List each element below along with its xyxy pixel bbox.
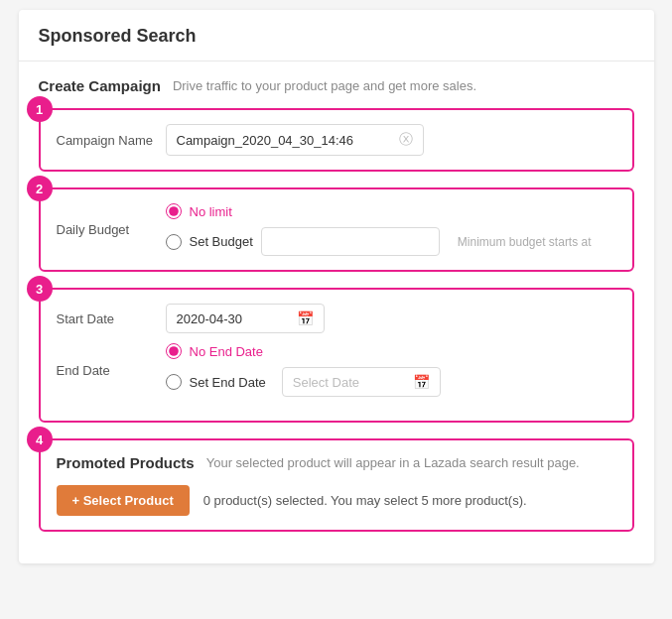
daily-budget-label: Daily Budget [57,222,166,237]
no-limit-radio[interactable] [166,203,182,219]
step-badge-2: 2 [27,176,53,201]
page-container: Sponsored Search Create Campaign Drive t… [19,10,654,563]
set-budget-radio[interactable] [166,234,182,250]
create-campaign-header: Create Campaign Drive traffic to your pr… [39,77,634,94]
create-campaign-desc: Drive traffic to your product page and g… [173,78,476,93]
campaign-name-label: Campaign Name [57,133,166,148]
promoted-products-desc: Your selected product will appear in a L… [206,455,580,470]
campaign-name-block: 1 Campaign Name ⓧ [39,108,634,172]
no-end-date-label: No End Date [190,344,263,359]
end-date-row: End Date No End Date Set End Date Select… [57,343,616,397]
end-date-placeholder: Select Date [293,375,359,390]
step-badge-4: 4 [27,427,53,452]
start-date-row: Start Date 2020-04-30 📅 [57,304,616,333]
end-date-radio-group: No End Date Set End Date Select Date 📅 [166,343,616,397]
page-header: Sponsored Search [19,10,654,62]
start-date-label: Start Date [57,311,166,326]
calendar-icon-start: 📅 [297,310,314,326]
step-badge-1: 1 [27,96,53,122]
page-content: Create Campaign Drive traffic to your pr… [19,62,654,563]
campaign-name-input-wrapper[interactable]: ⓧ [166,124,424,156]
no-end-date-row: No End Date [166,343,616,359]
set-end-date-row: Set End Date Select Date 📅 [166,367,616,397]
daily-budget-block: 2 Daily Budget No limit Set Budget Minim… [39,187,634,272]
select-product-button[interactable]: + Select Product [57,485,190,516]
daily-budget-row: Daily Budget No limit Set Budget Minimum… [57,203,616,256]
start-date-value: 2020-04-30 [177,311,243,326]
promoted-products-block: 4 Promoted Products Your selected produc… [39,438,634,532]
no-limit-label: No limit [190,204,232,219]
start-date-input[interactable]: 2020-04-30 📅 [166,304,325,333]
set-budget-row: Set Budget Minimum budget starts at [166,227,616,256]
no-limit-row: No limit [166,203,616,219]
campaign-name-row: Campaign Name ⓧ [57,124,616,156]
dates-block: 3 Start Date 2020-04-30 📅 End Date No En… [39,288,634,423]
promoted-products-header: Promoted Products Your selected product … [57,454,616,471]
promoted-products-title: Promoted Products [57,454,195,471]
campaign-name-field[interactable] [177,133,393,148]
set-end-date-radio[interactable] [166,374,182,390]
page-title: Sponsored Search [39,26,197,46]
end-date-picker[interactable]: Select Date 📅 [282,367,441,397]
step-badge-3: 3 [27,276,53,302]
promoted-products-row: + Select Product 0 product(s) selected. … [57,485,616,516]
no-end-date-radio[interactable] [166,343,182,359]
clear-icon[interactable]: ⓧ [399,131,413,149]
set-end-date-label: Set End Date [190,375,266,390]
product-status-text: 0 product(s) selected. You may select 5 … [203,493,527,508]
budget-amount-input[interactable] [261,227,440,256]
calendar-icon-end: 📅 [413,374,430,390]
budget-hint-text: Minimum budget starts at [458,235,592,249]
end-date-label: End Date [57,363,166,378]
budget-radio-group: No limit Set Budget Minimum budget start… [166,203,616,256]
set-budget-label: Set Budget [190,234,253,249]
create-campaign-title: Create Campaign [39,77,161,94]
